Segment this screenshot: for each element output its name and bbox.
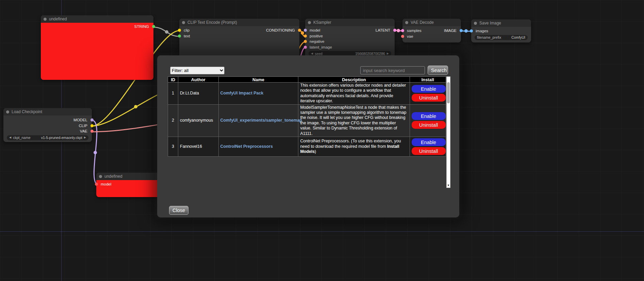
input-label-model: model — [310, 28, 320, 32]
header-author: Author — [178, 77, 218, 83]
images-input-port[interactable] — [470, 30, 473, 33]
latent-image-input-port[interactable] — [304, 46, 307, 49]
close-button[interactable]: Close — [169, 206, 188, 215]
node-vae-decode-header[interactable]: VAE Decode — [402, 19, 461, 26]
vae-input-port[interactable] — [401, 35, 404, 38]
row-author: Dr.Lt.Data — [178, 83, 218, 105]
conditioning-output-port[interactable] — [298, 29, 301, 32]
search-button[interactable]: Search — [428, 66, 448, 75]
model-input-port[interactable] — [95, 183, 98, 186]
negative-input-port[interactable] — [304, 40, 307, 43]
collapse-dot-icon[interactable] — [99, 175, 102, 178]
table-row: 1 Dr.Lt.Data ComfyUI Impact Pack This ex… — [168, 83, 446, 105]
output-label-latent: LATENT — [376, 28, 390, 32]
extensions-table-wrap: ID Author Name Description Install 1 Dr.… — [168, 76, 450, 188]
model-output-port[interactable] — [90, 119, 94, 122]
collapse-dot-icon[interactable] — [308, 21, 311, 24]
uninstall-button[interactable]: Uninstall — [412, 147, 446, 155]
node-undefined-top-header[interactable]: undefined — [41, 15, 153, 23]
row-author: Fannovel16 — [178, 137, 218, 157]
node-title: VAE Decode — [411, 20, 434, 25]
node-title: Load Checkpoint — [12, 109, 42, 114]
node-load-checkpoint-header[interactable]: Load Checkpoint — [3, 108, 92, 116]
ckpt-name-widget[interactable]: ◀ ckpt_name v1-5-pruned-emaonly.ckpt ▶ — [7, 135, 88, 140]
node-load-checkpoint-body: MODEL CLIP VAE ◀ ckpt_name v1-5-pruned-e… — [3, 116, 92, 140]
input-label-latent-image: latent_image — [310, 45, 332, 49]
node-save-image-body: images filename_prefix ComfyUI — [471, 27, 531, 40]
increment-arrow-icon[interactable]: ▶ — [387, 52, 389, 55]
extensions-table: ID Author Name Description Install 1 Dr.… — [168, 76, 446, 157]
collapse-dot-icon[interactable] — [6, 110, 9, 113]
wire-cond-dot — [301, 31, 304, 35]
clip-output-port[interactable] — [90, 124, 94, 127]
row-id: 1 — [168, 83, 178, 105]
node-load-checkpoint[interactable]: Load Checkpoint MODEL CLIP VAE ◀ ckpt_na… — [3, 108, 92, 142]
decrement-arrow-icon[interactable]: ◀ — [311, 52, 313, 55]
wire-image-dot — [464, 29, 468, 33]
vae-output-port[interactable] — [90, 130, 94, 133]
input-label-clip: clip — [184, 28, 189, 32]
collapse-dot-icon[interactable] — [44, 18, 47, 21]
samples-input-port[interactable] — [401, 29, 404, 32]
seed-widget-value: 156680208700286 — [355, 52, 385, 56]
search-input[interactable] — [360, 66, 425, 74]
header-id: ID — [168, 77, 178, 83]
wire-model-dot — [94, 151, 97, 154]
wire-clip2-dot — [134, 105, 137, 108]
row-author: comfyanonymous — [178, 104, 218, 137]
node-ksampler-header[interactable]: KSampler — [305, 19, 395, 26]
output-label-string: STRING — [134, 24, 149, 29]
output-label-clip: CLIP — [79, 124, 87, 128]
filename-prefix-value: ComfyUI — [511, 35, 525, 39]
scrollbar-thumb[interactable] — [447, 82, 450, 103]
table-row: 2 comfyanonymous ComfyUI_experiments/sam… — [168, 104, 446, 137]
collapse-dot-icon[interactable] — [474, 22, 477, 25]
node-title: Save Image — [479, 21, 501, 25]
filename-prefix-widget[interactable]: filename_prefix ComfyUI — [475, 35, 528, 40]
node-title: CLIP Text Encode (Prompt) — [187, 20, 237, 25]
node-undefined-top-body: STRING — [41, 23, 153, 80]
output-label-conditioning: CONDITIONING — [266, 28, 295, 32]
row-description: ControlNet Preprocessors. (To use this e… — [298, 137, 410, 157]
positive-input-port[interactable] — [304, 34, 307, 37]
table-scrollbar[interactable]: ▼ — [446, 76, 450, 188]
input-label-negative: negative — [310, 39, 324, 43]
extension-link[interactable]: ControlNet Preprocessors — [220, 144, 273, 149]
input-label-vae: vae — [407, 34, 413, 38]
uninstall-button[interactable]: Uninstall — [412, 94, 446, 102]
node-save-image-header[interactable]: Save Image — [471, 19, 531, 27]
extension-link[interactable]: ComfyUI_experiments/sampler_tonemap — [220, 118, 302, 123]
node-ksampler-body: model LATENT positive negative latent_im… — [305, 26, 395, 56]
model-input-port[interactable] — [304, 29, 307, 32]
node-title: undefined — [49, 17, 67, 21]
string-output-port[interactable] — [152, 25, 155, 28]
input-label-positive: positive — [310, 34, 323, 38]
decrement-arrow-icon[interactable]: ◀ — [9, 136, 11, 139]
node-save-image[interactable]: Save Image images filename_prefix ComfyU… — [471, 19, 531, 42]
seed-widget-label: seed — [315, 52, 323, 56]
enable-button[interactable]: Enable — [412, 85, 446, 93]
row-description: ModelSamplerTonemapNoiseTest a node that… — [298, 104, 410, 137]
image-output-port[interactable] — [460, 29, 463, 32]
extension-link[interactable]: ComfyUI Impact Pack — [220, 91, 264, 95]
enable-button[interactable]: Enable — [412, 138, 446, 146]
node-clip-text-encode-header[interactable]: CLIP Text Encode (Prompt) — [179, 19, 299, 26]
collapse-dot-icon[interactable] — [182, 21, 185, 24]
uninstall-button[interactable]: Uninstall — [412, 121, 446, 129]
enable-button[interactable]: Enable — [412, 112, 446, 120]
filter-select[interactable]: Filter: all — [170, 67, 225, 74]
output-label-model: MODEL — [73, 118, 87, 122]
text-input-port[interactable] — [178, 34, 181, 37]
clip-input-port[interactable] — [178, 29, 181, 32]
row-id: 2 — [168, 104, 178, 137]
header-install: Install — [410, 77, 446, 83]
node-undefined-top[interactable]: undefined STRING — [41, 15, 153, 80]
input-label-model: model — [101, 182, 111, 186]
increment-arrow-icon[interactable]: ▶ — [84, 136, 86, 139]
latent-output-port[interactable] — [393, 29, 396, 32]
row-id: 3 — [168, 137, 178, 157]
scroll-down-arrow-icon[interactable]: ▼ — [447, 183, 450, 187]
ckpt-name-value: v1-5-pruned-emaonly.ckpt — [41, 136, 82, 140]
collapse-dot-icon[interactable] — [405, 21, 408, 24]
node-vae-decode[interactable]: VAE Decode samples IMAGE vae — [402, 19, 461, 42]
